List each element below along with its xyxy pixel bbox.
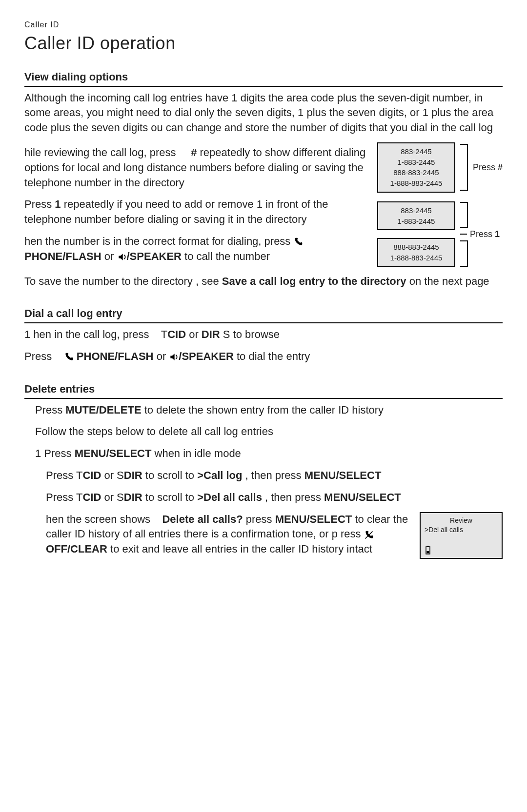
svg-rect-3 [427, 551, 429, 554]
row-hash-figure: hile reviewing the call log, press # rep… [24, 142, 503, 271]
text: hen the number is in the correct format … [24, 235, 293, 247]
step: hen the screen shows Delete all calls? p… [46, 512, 411, 557]
screen-box-hash: 883-2445 1-883-2445 888-883-2445 1-888-8… [377, 142, 455, 193]
paragraph: Although the incoming call log entries h… [24, 91, 503, 136]
key-one: 1 [55, 198, 61, 210]
figure-label: Press # [473, 161, 503, 174]
screen-box-one-bot: 888-883-2445 1-888-883-2445 [377, 238, 455, 267]
key-mute-delete: MUTE/DELETE [65, 404, 141, 416]
page-title: Caller ID operation [24, 31, 503, 56]
tick [460, 234, 467, 235]
phone-icon [64, 352, 74, 362]
paragraph: Press 1 repeatedly if you need to add or… [24, 197, 368, 227]
screen-line: >Del all calls [425, 525, 498, 535]
list-item: Press MUTE/DELETE to delete the shown en… [24, 403, 503, 418]
step: 1 Press MENU/SELECT when in idle mode [24, 446, 503, 461]
figure-hash: 883-2445 1-883-2445 888-883-2445 1-888-8… [377, 142, 503, 193]
key-hash: # [191, 146, 197, 158]
key-menu-select: MENU/SELECT [75, 447, 152, 459]
list-item: Follow the steps below to delete all cal… [24, 424, 503, 439]
manual-page: Caller ID Caller ID operation View diali… [0, 0, 527, 588]
paragraph: To save the number to the directory , se… [24, 274, 503, 289]
figure-label: Press 1 [470, 228, 500, 240]
step: Press TCID or SDIR to scroll to >Del all… [24, 490, 503, 505]
breadcrumb: Caller ID [24, 20, 503, 30]
screen-line: 1-888-883-2445 [382, 253, 450, 263]
screen-line: 888-883-2445 [382, 242, 450, 253]
screen-line: 883-2445 [382, 205, 450, 216]
step: Press TCID or SDIR to scroll to >Call lo… [24, 468, 503, 483]
row-delete-figure: hen the screen shows Delete all calls? p… [24, 512, 503, 564]
speaker-icon [117, 252, 127, 262]
bracket [460, 240, 468, 267]
text: to call the number [184, 250, 270, 262]
key-off-clear: OFF/CLEAR [46, 543, 107, 555]
cancel-icon [364, 530, 374, 540]
cross-ref: Save a call log entry to the directory [222, 275, 406, 287]
screen-line: 883-2445 [382, 146, 450, 157]
list-item: Press PHONE/FLASH or /SPEAKER to dial th… [24, 349, 503, 364]
divider [24, 86, 503, 87]
text: on the next page [409, 275, 489, 287]
screen-line: 888-883-2445 [382, 167, 450, 178]
bracket [460, 144, 468, 191]
screen-box-one-top: 883-2445 1-883-2445 [377, 201, 455, 231]
screen-line: 1-883-2445 [382, 157, 450, 168]
section-heading-delete: Delete entries [24, 382, 503, 397]
screen-line: Review [425, 516, 498, 526]
text: Press [24, 198, 55, 210]
screen-line: 1-883-2445 [382, 216, 450, 227]
key-speaker: /SPEAKER [127, 250, 182, 262]
paragraph: hen the number is in the correct format … [24, 234, 368, 264]
paragraph: hile reviewing the call log, press # rep… [24, 145, 368, 190]
svg-rect-2 [427, 546, 429, 547]
screen-box-delete: Review >Del all calls [420, 512, 503, 559]
divider [24, 322, 503, 323]
key-phone-flash: PHONE/FLASH [24, 250, 101, 262]
battery-icon [425, 545, 431, 555]
speaker-icon [169, 352, 179, 362]
phone-icon [293, 237, 303, 247]
figure-one: 883-2445 1-883-2445 888-883-2445 1-888-8… [377, 201, 503, 267]
divider [24, 398, 503, 399]
screen-line: 1-888-883-2445 [382, 178, 450, 189]
text: To save the number to the directory , se… [24, 275, 222, 287]
text: hile reviewing the call log, press [24, 146, 179, 158]
text: or [104, 250, 117, 262]
bracket [460, 202, 468, 228]
list-item: 1 hen in the call log, press TCID or DIR… [24, 327, 503, 342]
section-heading-dial: Dial a call log entry [24, 306, 503, 321]
text: repeatedly if you need to add or remove … [24, 198, 328, 225]
section-heading-view: View dialing options [24, 70, 503, 85]
